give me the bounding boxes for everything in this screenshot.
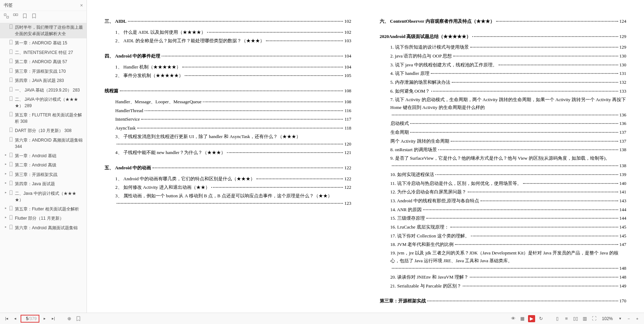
toc-entry[interactable]: 4. 说下 handler 原理 131 [380, 69, 627, 78]
zoom-out-button[interactable]: − [626, 315, 632, 322]
page-input[interactable]: 5 /379 [21, 315, 39, 323]
record-icon[interactable]: ▶ [528, 315, 535, 322]
toc-entry[interactable]: 2、 事件分发机制（★★★★★） 105 [105, 71, 351, 80]
bookmark-item[interactable]: 二、INTENTSERVICE 特征 27 [0, 48, 87, 57]
toc-entry[interactable]: 8. onRestart 的调用场景 138 [380, 145, 627, 154]
bookmark-item[interactable]: 第三章：开源框架实战 170 [0, 67, 87, 76]
toc-entry[interactable]: 3、 子线程发消息到主线程进行更新 UI，除了 handler 和 AsyncT… [105, 133, 351, 149]
toc-entry[interactable]: 线程篇 108 [105, 87, 351, 95]
single-page-icon[interactable]: ▯ [554, 315, 561, 322]
two-page-icon[interactable]: ▯▯ [572, 315, 579, 322]
bookmark-item[interactable]: 历时半年，我们整理了这份市面上最全面的安卓面试题解析大全 [0, 23, 87, 38]
eye-icon[interactable]: 👁 [510, 315, 517, 322]
bookmark-bar-icon[interactable] [75, 315, 82, 322]
expand-icon[interactable]: ▸ [5, 162, 9, 167]
sync-icon[interactable]: ↻ [537, 315, 544, 322]
bookmark-icon[interactable] [22, 13, 28, 19]
toc-entry[interactable]: 第三章：开源框架实战 170 [380, 297, 627, 306]
toc-text: 2、 AIDL 的全称是什么？如何工作？能处理哪些类型的数据？（★★★） [115, 37, 265, 45]
book-view-icon[interactable]: ▥ [581, 315, 588, 322]
close-icon[interactable]: × [80, 2, 83, 8]
toc-entry[interactable]: 20. 谈谈你对 JNIEnv 和 JavaVM 理解？ 148 [380, 273, 627, 282]
toc-entry[interactable]: 11. 说下冷启动与热启动是什么，区别，如何优化，使用场景等。 140 [380, 179, 627, 188]
page-right: 六、 ContentObserver 内容观察者作用及特点（★★★） 12420… [376, 11, 630, 302]
zoom-level[interactable]: 102% [602, 316, 613, 321]
document-view[interactable]: 三、 AIDL 1021、 什么是 AIDL 以及如何使用（★★★★） 1022… [87, 0, 644, 313]
bookmark-item[interactable]: 第四章：JAVA 面试题 283 [0, 76, 87, 86]
expand-icon[interactable]: ▸ [5, 225, 9, 230]
toc-entry[interactable]: 6. 如何避免 OOM？ 133 [380, 87, 627, 96]
expand-icon[interactable]: ▸ [5, 171, 9, 176]
toc-entry[interactable]: 7. 说下 Activity 的启动模式，生命周期，两个 Activity 跳转… [380, 96, 627, 120]
expand-icon[interactable]: ▸ [5, 181, 9, 186]
toc-entry[interactable]: 2、 AIDL 的全称是什么？如何工作？能处理哪些类型的数据？（★★★） 103 [105, 37, 351, 45]
expand-icon[interactable]: ▸ [5, 215, 9, 220]
fullscreen-icon[interactable]: ⛶ [590, 315, 598, 322]
toc-entry[interactable]: 六、 ContentObserver 内容观察者作用及特点（★★★） 124 [380, 17, 627, 26]
zoom-in-button[interactable]: + [634, 315, 640, 322]
toc-entry[interactable]: Handler、Message、Looper、MessageQueue 108 [105, 98, 351, 106]
zoom-dropdown-icon[interactable]: ▾ [617, 315, 623, 322]
toc-entry[interactable]: 2、 如何修改 Activity 进入和退出动画（★★） 122 [105, 183, 351, 192]
toc-entry[interactable]: 19. jvm，jre 以及 jdk 三者之间的关系？JDK（Java Deve… [380, 249, 627, 273]
toc-entry[interactable]: 3. 说下 java 中的线程创建方式，线程池的工作原理。 130 [380, 61, 627, 70]
bookmark-item[interactable]: 第五章：FLUTTER 相关面试题全解析 308 [0, 110, 87, 126]
toc-entry[interactable]: 4、 子线程中能不能 new handler？为什么？（★★★） 121 [105, 148, 351, 157]
continuous-icon[interactable]: ≡ [563, 315, 570, 322]
toc-entry[interactable]: IntentService 117 [105, 115, 351, 124]
toc-entry[interactable]: 3、 属性动画，例如一个 button 从 A 移动到 B 点，B 点还是可以响… [105, 192, 351, 208]
bookmark-item[interactable]: ▸Flutter 部分（11 月更新） [0, 214, 87, 223]
toc-entry[interactable]: 21. Serializable 与 Parcable 的区别？ 149 [380, 282, 627, 291]
bookmark-item[interactable]: 第六章：ANDROID 高频面试题集锦 344 [0, 136, 87, 151]
next-page-button[interactable]: ▸ [41, 315, 48, 322]
add-page-icon[interactable]: ⊕ [66, 315, 73, 322]
toc-entry[interactable]: 三、 AIDL 102 [105, 17, 351, 26]
toc-entry[interactable]: 5. 内存泄漏的场景和解决办法 132 [380, 78, 627, 87]
bookmark-item[interactable]: DART 部分（10 月更新） 308 [0, 126, 87, 136]
toc-entry[interactable]: 2020Android 高级面试题总结（★★★★★） 129 [380, 32, 627, 41]
toc-entry[interactable]: 10. 如何实现进程保活 139 [380, 170, 627, 179]
bookmark-item[interactable]: ▸第四章：Java 面试题 [0, 179, 87, 189]
toc-entry[interactable]: 四、 Android 中的事件处理 104 [105, 52, 351, 61]
bookmark-item[interactable]: ▸第五章：Flutter 相关面试题全解析 [0, 204, 87, 214]
toc-entry[interactable]: 1、 Handler 机制（★★★★★） 104 [105, 63, 351, 72]
bookmark-label: 第五章：Flutter 相关面试题全解析 [15, 206, 83, 212]
layout-icon[interactable]: ▦ [519, 315, 526, 322]
expand-icon[interactable]: ▸ [5, 190, 9, 195]
bookmark-item[interactable]: ▸第六章：Android 高频面试题集锦 [0, 223, 87, 233]
prev-page-button[interactable]: ◂ [12, 315, 18, 322]
toc-entry[interactable]: 生命周期 137 [380, 128, 627, 137]
collapse-all-icon[interactable] [13, 13, 18, 19]
toc-entry[interactable]: AsyncTask 118 [105, 124, 351, 133]
expand-all-icon[interactable] [4, 13, 9, 19]
bookmark-item[interactable]: 一、 JAVA 基础（2019.9.20） 283 [0, 86, 87, 95]
toc-entry[interactable]: 16. LruCache 底层实现原理： 145 [380, 223, 627, 232]
last-page-button[interactable]: ▸| [50, 315, 56, 322]
toc-entry[interactable]: 2. java 语言的特点与 OOP 思想 130 [380, 52, 627, 61]
first-page-button[interactable]: |◂ [4, 315, 10, 322]
toc-entry[interactable]: 17. 说下你对 Collection 这个类的理解。 145 [380, 232, 627, 241]
bookmark-item[interactable]: 二、 JAVA 中的设计模式（★★★★） 289 [0, 95, 87, 110]
bookmark-item[interactable]: 第二章：ANDROID 高级 57 [0, 57, 87, 67]
toc-entry[interactable]: 五、 Android 中的动画 122 [105, 164, 351, 172]
toc-entry[interactable]: 两个 Activity 跳转的生命周期 137 [380, 137, 627, 146]
bookmark-item[interactable]: ▸第一章：Android 基础 [0, 151, 87, 161]
bookmark-item[interactable]: 第一章：ANDROID 基础 15 [0, 38, 87, 48]
toc-entry[interactable]: 启动模式 136 [380, 119, 627, 128]
toc-entry[interactable]: 14. ANR 的原因 144 [380, 205, 627, 214]
toc-entry[interactable]: 18. JVM 老年代和新生代的比例 147 [380, 240, 627, 249]
toc-entry[interactable]: 1、 Android 中的动画有哪几类，它们的特点和区别是什么（★★★） 122 [105, 175, 351, 183]
bookmark-item[interactable]: ▸二、Java 中的设计模式（★★★★） [0, 189, 87, 204]
toc-entry[interactable]: HandlerThread 116 [105, 106, 351, 115]
toc-entry[interactable]: 15. 三级缓存原理 144 [380, 214, 627, 223]
expand-icon[interactable]: ▸ [5, 206, 9, 211]
expand-icon[interactable]: ▸ [5, 153, 9, 158]
toc-entry[interactable]: 9. 是否了 SurfaceView，它是什么？他的继承方式是什么？他与 Vie… [380, 154, 627, 170]
bookmark-add-icon[interactable] [31, 13, 37, 19]
toc-entry[interactable]: 12. 为什么冷启动会有白屏黑屏问题？ 141 [380, 188, 627, 197]
bookmark-item[interactable]: ▸第三章：开源框架实战 [0, 170, 87, 180]
toc-entry[interactable]: 1、 什么是 AIDL 以及如何使用（★★★★） 102 [105, 28, 351, 37]
bookmark-item[interactable]: ▸第二章：Android 高级 [0, 160, 87, 170]
toc-entry[interactable]: 13. Android 中的线程有那些,原理与各自特点 143 [380, 197, 627, 205]
toc-entry[interactable]: 1. 说下你所知道的设计模式与使用场景 129 [380, 43, 627, 52]
